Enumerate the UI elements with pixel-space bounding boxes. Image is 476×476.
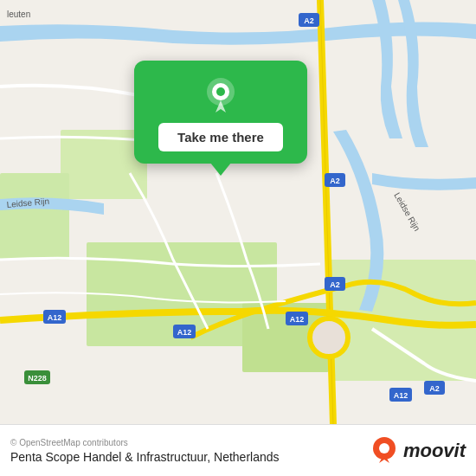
svg-point-32 [379, 443, 389, 453]
bottom-left: © OpenStreetMap contributors Penta Scope… [10, 438, 280, 464]
svg-text:N228: N228 [28, 374, 47, 383]
svg-text:A2: A2 [330, 280, 340, 289]
take-me-there-button[interactable]: Take me there [158, 123, 283, 151]
svg-text:leuten: leuten [7, 10, 30, 19]
svg-text:A12: A12 [290, 315, 305, 324]
map-view: A2 A2 A2 A2 A12 A12 A12 A12 N228 Leidse … [0, 0, 476, 424]
place-name: Penta Scope Handel & Infrastructuur, Net… [10, 450, 280, 464]
svg-text:A12: A12 [394, 391, 408, 400]
svg-text:A2: A2 [330, 177, 340, 185]
svg-rect-3 [0, 173, 69, 260]
moovit-brand-icon [370, 437, 398, 465]
svg-point-24 [310, 318, 348, 357]
attribution-text: © OpenStreetMap contributors [10, 438, 280, 447]
svg-text:A2: A2 [429, 384, 440, 393]
pin-icon [202, 76, 240, 114]
moovit-logo: moovit [370, 437, 466, 465]
bottom-bar: © OpenStreetMap contributors Penta Scope… [0, 424, 476, 476]
svg-text:A2: A2 [304, 16, 314, 25]
moovit-label: moovit [403, 440, 466, 462]
svg-point-30 [216, 87, 225, 96]
location-card[interactable]: Take me there [134, 61, 307, 164]
svg-text:A12: A12 [48, 313, 62, 322]
svg-text:A12: A12 [177, 328, 192, 337]
